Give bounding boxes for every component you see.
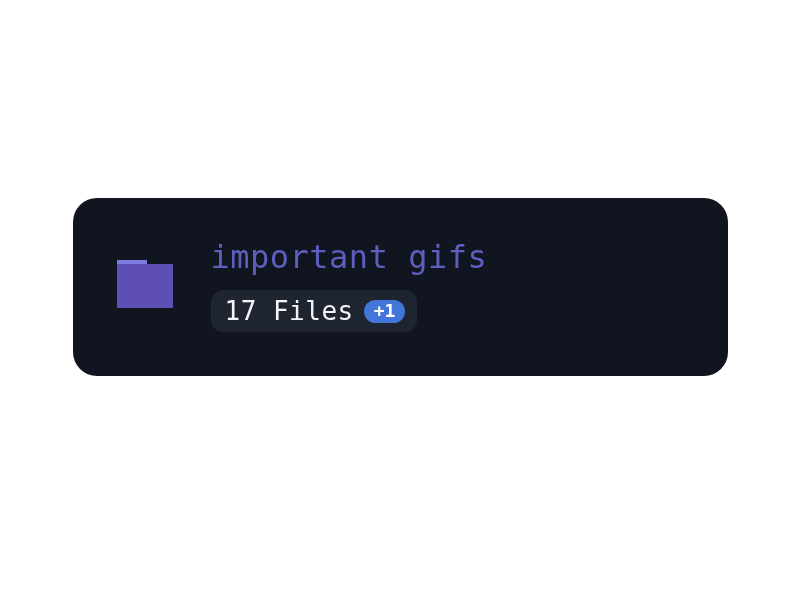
folder-icon [117, 260, 173, 310]
folder-content: important gifs 17 Files +1 [211, 238, 488, 332]
file-count-label: 17 Files [225, 296, 354, 326]
folder-name: important gifs [211, 238, 488, 276]
folder-card[interactable]: important gifs 17 Files +1 [73, 198, 728, 376]
additional-count-badge: +1 [364, 300, 406, 323]
file-count-badge: 17 Files +1 [211, 290, 418, 332]
